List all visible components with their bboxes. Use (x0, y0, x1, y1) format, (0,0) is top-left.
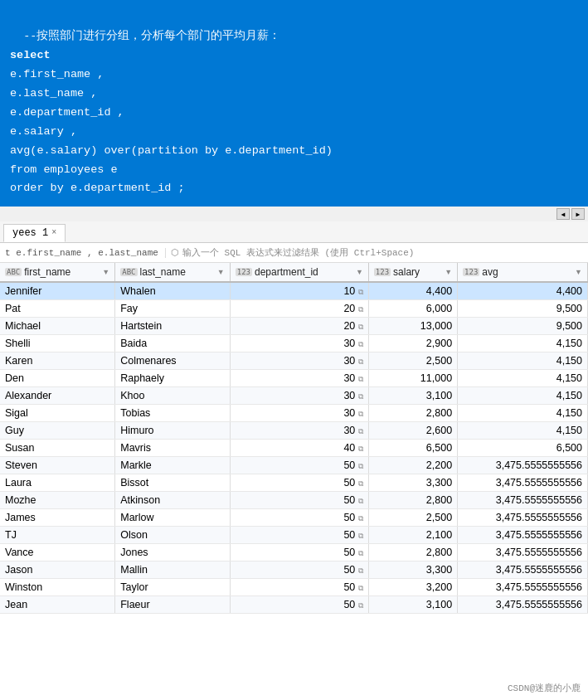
col-label-salary: salary (393, 266, 420, 278)
cell-avg: 4,150 (458, 405, 588, 422)
cell-dept-id: 50 ⧉ (230, 492, 368, 509)
cell-salary: 2,800 (368, 492, 457, 509)
table-row[interactable]: GuyHimuro30 ⧉2,6004,150 (0, 422, 588, 440)
col-label-dept: department_id (255, 266, 318, 278)
cell-dept-id: 50 ⧉ (230, 544, 368, 561)
table-row[interactable]: SigalTobias30 ⧉2,8004,150 (0, 405, 588, 422)
cell-last-name: Whalen (115, 282, 231, 300)
cell-avg: 4,150 (458, 370, 588, 387)
cell-dept-id: 20 ⧉ (230, 300, 368, 318)
cell-avg: 3,475.5555555556 (458, 596, 588, 614)
cell-dept-id: 30 ⧉ (230, 422, 368, 440)
cell-avg: 4,150 (458, 352, 588, 370)
cell-salary: 3,200 (368, 579, 457, 596)
cell-last-name: Hartstein (115, 318, 231, 335)
table-row[interactable]: JeanFlaeur50 ⧉3,1003,475.5555555556 (0, 596, 588, 614)
cell-first-name: Jean (0, 596, 115, 614)
cell-dept-id: 20 ⧉ (230, 318, 368, 335)
table-row[interactable]: LauraBissot50 ⧉3,3003,475.5555555556 (0, 474, 588, 492)
table-row[interactable]: JamesMarlow50 ⧉2,5003,475.5555555556 (0, 509, 588, 527)
code-line-5: avg(e.salary) over(partition by e.depart… (10, 144, 333, 157)
results-table-container: ABC first_name ▼ ABC last_name ▼ 123 (0, 263, 588, 700)
table-row[interactable]: MichaelHartstein20 ⧉13,0009,500 (0, 318, 588, 335)
table-row[interactable]: StevenMarkle50 ⧉2,2003,475.5555555556 (0, 457, 588, 474)
cell-last-name: Jones (115, 544, 231, 561)
cell-dept-id: 40 ⧉ (230, 440, 368, 457)
col-label-last-name: last_name (140, 266, 186, 278)
code-line-1: e.first_name , (10, 68, 104, 80)
cell-salary: 13,000 (368, 318, 457, 335)
scroll-right-btn[interactable]: ▶ (571, 208, 585, 220)
cell-dept-id: 30 ⧉ (230, 352, 368, 370)
code-comment: --按照部门进行分组，分析每个部门的平均月薪： (23, 30, 280, 42)
cell-last-name: Olson (115, 527, 231, 544)
cell-last-name: Bissot (115, 474, 231, 492)
scroll-buttons: ◀ ▶ (0, 207, 588, 222)
cell-salary: 3,100 (368, 387, 457, 405)
cell-salary: 3,100 (368, 596, 457, 614)
table-row[interactable]: AlexanderKhoo30 ⧉3,1004,150 (0, 387, 588, 405)
table-row[interactable]: JenniferWhalen10 ⧉4,4004,400 (0, 282, 588, 300)
table-row[interactable]: WinstonTaylor50 ⧉3,2003,475.5555555556 (0, 579, 588, 596)
table-row[interactable]: PatFay20 ⧉6,0009,500 (0, 300, 588, 318)
col-first-name[interactable]: ABC first_name ▼ (0, 263, 115, 282)
tab-label: yees 1 (12, 227, 48, 239)
table-row[interactable]: KarenColmenares30 ⧉2,5004,150 (0, 352, 588, 370)
col-last-name[interactable]: ABC last_name ▼ (115, 263, 231, 282)
cell-avg: 6,500 (458, 440, 588, 457)
code-line-3: e.department_id , (10, 106, 124, 119)
cell-dept-id: 30 ⧉ (230, 370, 368, 387)
col-type-last-name: ABC (120, 268, 137, 276)
cell-last-name: Baida (115, 335, 231, 352)
sort-dept[interactable]: ▼ (356, 268, 363, 276)
filter-input-area[interactable]: ⬡ 输入一个 SQL 表达式来过滤结果 (使用 Ctrl+Space) (166, 246, 588, 259)
cell-avg: 3,475.5555555556 (458, 527, 588, 544)
table-row[interactable]: VanceJones50 ⧉2,8003,475.5555555556 (0, 544, 588, 561)
table-row[interactable]: JasonMallin50 ⧉3,3003,475.5555555556 (0, 561, 588, 579)
cell-last-name: Fay (115, 300, 231, 318)
cell-first-name: Jason (0, 561, 115, 579)
cell-last-name: Khoo (115, 387, 231, 405)
cell-first-name: James (0, 509, 115, 527)
cell-salary: 6,000 (368, 300, 457, 318)
cell-last-name: Mavris (115, 440, 231, 457)
table-row[interactable]: DenRaphaely30 ⧉11,0004,150 (0, 370, 588, 387)
sort-avg[interactable]: ▼ (575, 268, 582, 276)
cell-first-name: Winston (0, 579, 115, 596)
cell-first-name: Den (0, 370, 115, 387)
scroll-left-btn[interactable]: ◀ (556, 208, 570, 220)
cell-dept-id: 50 ⧉ (230, 579, 368, 596)
sort-last-name[interactable]: ▼ (217, 268, 225, 276)
result-tab[interactable]: yees 1 × (3, 224, 66, 242)
cell-first-name: Vance (0, 544, 115, 561)
sort-salary[interactable]: ▼ (445, 268, 452, 276)
sort-first-name[interactable]: ▼ (102, 268, 109, 276)
col-type-salary: 123 (374, 268, 391, 276)
cell-avg: 4,400 (458, 282, 588, 300)
cell-salary: 2,100 (368, 527, 457, 544)
tab-close-btn[interactable]: × (51, 228, 56, 237)
col-salary[interactable]: 123 salary ▼ (368, 263, 457, 282)
cell-avg: 4,150 (458, 422, 588, 440)
cell-avg: 3,475.5555555556 (458, 579, 588, 596)
cell-avg: 3,475.5555555556 (458, 474, 588, 492)
cell-dept-id: 30 ⧉ (230, 335, 368, 352)
cell-first-name: Karen (0, 352, 115, 370)
cell-avg: 4,150 (458, 335, 588, 352)
table-row[interactable]: MozheAtkinson50 ⧉2,8003,475.5555555556 (0, 492, 588, 509)
divider-area: ◀ ▶ (0, 207, 588, 221)
table-row[interactable]: TJOlson50 ⧉2,1003,475.5555555556 (0, 527, 588, 544)
col-department-id[interactable]: 123 department_id ▼ (230, 263, 368, 282)
table-row[interactable]: SusanMavris40 ⧉6,5006,500 (0, 440, 588, 457)
cell-dept-id: 50 ⧉ (230, 527, 368, 544)
col-label-first-name: first_name (24, 266, 70, 278)
code-line-7: order by e.department_id ; (10, 182, 185, 194)
cell-avg: 3,475.5555555556 (458, 561, 588, 579)
col-avg[interactable]: 123 avg ▼ (458, 263, 588, 282)
cell-dept-id: 30 ⧉ (230, 387, 368, 405)
table-row[interactable]: ShelliBaida30 ⧉2,9004,150 (0, 335, 588, 352)
cell-first-name: Sigal (0, 405, 115, 422)
cell-dept-id: 50 ⧉ (230, 474, 368, 492)
cell-dept-id: 50 ⧉ (230, 561, 368, 579)
cell-salary: 2,900 (368, 335, 457, 352)
